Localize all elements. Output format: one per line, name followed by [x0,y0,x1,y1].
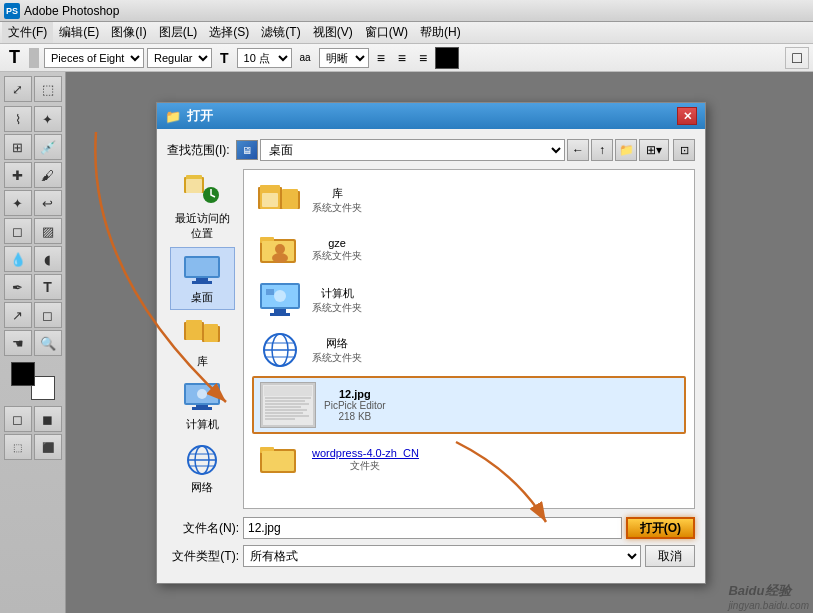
foreground-color[interactable] [11,362,35,386]
nav-up-btn[interactable]: ↑ [591,139,613,161]
align-left-icon[interactable]: ≡ [372,47,390,69]
crop-tool[interactable]: ⊞ [4,134,32,160]
file-list-container[interactable]: 库 系统文件夹 [243,169,695,509]
eraser-tool[interactable]: ◻ [4,218,32,244]
app-title: Adobe Photoshop [24,4,119,18]
align-center-icon[interactable]: ≡ [393,47,411,69]
standard-mode[interactable]: ◻ [4,406,32,432]
text-tool-icon[interactable]: T [4,47,24,69]
lasso-tool[interactable]: ⌇ [4,106,32,132]
menu-help[interactable]: 帮助(H) [414,22,467,43]
hand-tool[interactable]: ☚ [4,330,32,356]
search-input-wrap: 🖥 桌面 ← ↑ 📁 ⊞▾ [236,139,669,161]
file-name: 12.jpg [324,388,386,400]
nav-back-btn[interactable]: ← [567,139,589,161]
open-dialog: 📁 打开 ✕ 查找范围(I): 🖥 [156,102,706,584]
list-item[interactable]: gze 系统文件夹 [250,226,692,274]
gradient-tool[interactable]: ▨ [34,218,62,244]
menu-edit[interactable]: 编辑(E) [53,22,105,43]
toolbar: T Pieces of Eight Regular T 10 点 aa 明晰 ≡… [0,44,813,72]
history-brush[interactable]: ↩ [34,190,62,216]
text-tool[interactable]: T [34,274,62,300]
file-name: wordpress-4.0-zh_CN [312,447,419,459]
align-right-icon[interactable]: ≡ [414,47,432,69]
file-name: 网络 [312,336,362,351]
dialog-title-bar: 📁 打开 ✕ [157,103,705,129]
nav-network-label: 网络 [191,480,213,495]
svg-point-36 [274,290,286,302]
menu-window[interactable]: 窗口(W) [359,22,414,43]
svg-rect-47 [265,403,309,405]
dodge-tool[interactable]: ◖ [34,246,62,272]
font-size-select[interactable]: 10 点 [237,48,292,68]
open-button[interactable]: 打开(O) [626,517,695,539]
svg-point-30 [275,244,285,254]
location-select[interactable]: 桌面 [260,139,565,161]
filename-label: 文件名(N): [167,520,239,537]
nav-computer[interactable]: 计算机 [170,375,235,436]
menu-filter[interactable]: 滤镜(T) [255,22,306,43]
filetype-select[interactable]: 所有格式 [243,545,641,567]
thumbnail-toggle-btn[interactable]: ⊡ [673,139,695,161]
menu-image[interactable]: 图像(I) [105,22,152,43]
shape-tool[interactable]: ◻ [34,302,62,328]
list-item[interactable]: 库 系统文件夹 [250,176,692,224]
filename-row: 文件名(N): 打开(O) [167,517,695,539]
blur-tool[interactable]: 💧 [4,246,32,272]
menu-view[interactable]: 视图(V) [307,22,359,43]
svg-rect-37 [266,289,274,295]
file-name: gze [312,237,362,249]
font-family-select[interactable]: Pieces of Eight [44,48,144,68]
nav-desktop[interactable]: 桌面 [170,247,235,310]
search-row: 查找范围(I): 🖥 桌面 ← ↑ 📁 [167,139,695,161]
nav-desktop-label: 桌面 [191,290,213,305]
filename-input[interactable] [243,517,622,539]
standard-screen[interactable]: ⬚ [4,434,32,460]
font-style-select[interactable]: Regular [147,48,212,68]
zoom-tool[interactable]: 🔍 [34,330,62,356]
antialiasing-select[interactable]: 明晰 [319,48,369,68]
nav-computer-icon [182,379,222,415]
menu-file[interactable]: 文件(F) [2,22,53,43]
options-icon[interactable]: □ [785,47,809,69]
new-folder-btn[interactable]: 📁 [615,139,637,161]
antialiasing-label: aa [295,47,316,69]
nav-recent-icon [182,173,222,209]
title-bar: PS Adobe Photoshop [0,0,813,22]
list-item[interactable]: 计算机 系统文件夹 [250,276,692,324]
font-size-T-icon: T [215,47,234,69]
main-area: ⤢ ⬚ ⌇ ✦ ⊞ 💉 ✚ 🖌 ✦ ↩ ◻ ▨ 💧 ◖ ✒ T [0,72,813,613]
filetype-label: 文件类型(T): [167,548,239,565]
quick-mask[interactable]: ◼ [34,406,62,432]
svg-rect-52 [265,418,295,420]
menu-layer[interactable]: 图层(L) [153,22,204,43]
canvas-area: 📁 打开 ✕ 查找范围(I): 🖥 [66,72,813,613]
path-select[interactable]: ↗ [4,302,32,328]
nav-computer-label: 计算机 [186,417,219,432]
full-screen[interactable]: ⬛ [34,434,62,460]
nav-library[interactable]: 库 [170,312,235,373]
menu-select[interactable]: 选择(S) [203,22,255,43]
nav-recent[interactable]: 最近访问的位置 [170,169,235,245]
select-tool[interactable]: ⬚ [34,76,62,102]
color-swatch[interactable] [435,47,459,69]
brush-tool[interactable]: 🖌 [34,162,62,188]
list-item[interactable]: wordpress-4.0-zh_CN 文件夹 [250,436,692,484]
list-item-selected[interactable]: 12.jpg PicPick Editor 218 KB [252,376,686,434]
dialog-folder-icon: 📁 [165,109,181,124]
dialog-close-button[interactable]: ✕ [677,107,697,125]
view-toggle-btn[interactable]: ⊞▾ [639,139,669,161]
svg-rect-15 [192,407,212,410]
eyedropper-tool[interactable]: 💉 [34,134,62,160]
move-tool[interactable]: ⤢ [4,76,32,102]
healing-brush[interactable]: ✚ [4,162,32,188]
nav-network[interactable]: 网络 [170,438,235,499]
nav-desktop-icon [182,252,222,288]
pen-tool[interactable]: ✒ [4,274,32,300]
clone-stamp[interactable]: ✦ [4,190,32,216]
svg-point-16 [197,389,207,399]
file-list: 库 系统文件夹 [244,170,694,490]
cancel-button[interactable]: 取消 [645,545,695,567]
list-item[interactable]: 网络 系统文件夹 [250,326,692,374]
quick-select-tool[interactable]: ✦ [34,106,62,132]
